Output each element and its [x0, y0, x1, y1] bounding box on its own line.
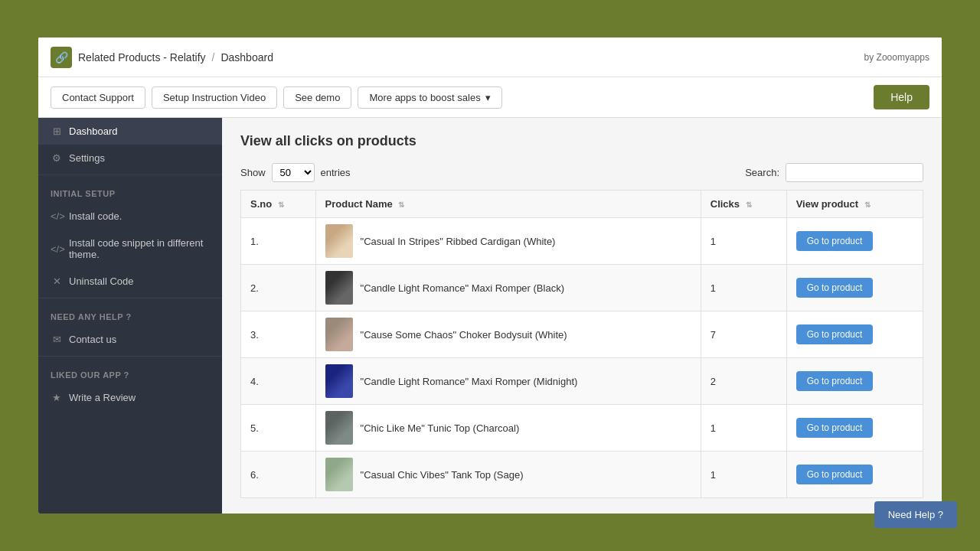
app-logo: 🔗 [51, 47, 72, 68]
chevron-down-icon [485, 92, 491, 103]
cell-sno: 6. [241, 452, 316, 498]
cell-clicks: 1 [701, 265, 786, 311]
need-help-button[interactable]: Need Help ? [874, 501, 957, 528]
products-table: S.no ⇅ Product Name ⇅ Clicks ⇅ View prod… [240, 190, 923, 498]
product-name-text: "Chic Like Me" Tunic Top (Charcoal) [361, 422, 520, 434]
main-layout: ⊞ Dashboard ⚙ Settings INITIAL SETUP </>… [38, 118, 942, 514]
cell-view-product: Go to product [786, 358, 923, 405]
table-row: 1."Casual In Stripes" Ribbed Cardigan (W… [241, 218, 923, 265]
code-icon: </> [51, 210, 63, 222]
col-sno[interactable]: S.no ⇅ [241, 191, 316, 218]
by-label: by Zooomyapps [864, 52, 929, 63]
table-row: 4."Candle Light Romance" Maxi Romper (Mi… [241, 358, 923, 405]
contact-support-button[interactable]: Contact Support [51, 86, 145, 109]
code-icon-2: </> [51, 243, 63, 255]
cell-product-name: "Candle Light Romance" Maxi Romper (Midn… [315, 358, 701, 405]
cell-clicks: 2 [701, 358, 786, 405]
cell-product-name: "Chic Like Me" Tunic Top (Charcoal) [315, 405, 701, 452]
product-name-text: "Casual Chic Vibes" Tank Top (Sage) [361, 469, 524, 481]
top-bar-left: 🔗 Related Products - Relatify / Dashboar… [51, 47, 273, 68]
entries-label: entries [321, 167, 351, 178]
cell-clicks: 7 [701, 311, 786, 358]
cell-sno: 5. [241, 405, 316, 452]
sidebar-item-install-code[interactable]: </> Install code. [38, 203, 222, 230]
top-bar: 🔗 Related Products - Relatify / Dashboar… [38, 37, 942, 77]
goto-product-button[interactable]: Go to product [796, 231, 874, 251]
table-header-row: S.no ⇅ Product Name ⇅ Clicks ⇅ View prod… [241, 191, 923, 218]
page-title: View all clicks on products [240, 133, 923, 149]
goto-product-button[interactable]: Go to product [796, 324, 874, 344]
product-thumbnail [325, 224, 353, 258]
setup-video-button[interactable]: Setup Instruction Video [152, 86, 277, 109]
sidebar-item-write-review[interactable]: ★ Write a Review [38, 384, 222, 411]
cell-view-product: Go to product [786, 452, 923, 498]
goto-product-button[interactable]: Go to product [796, 371, 874, 391]
gear-icon: ⚙ [51, 152, 63, 164]
breadcrumb-sep: / [212, 51, 215, 64]
product-thumbnail [325, 411, 353, 445]
cell-sno: 4. [241, 358, 316, 405]
cell-clicks: 1 [701, 452, 786, 498]
sort-icon-sno: ⇅ [278, 201, 284, 209]
goto-product-button[interactable]: Go to product [796, 465, 874, 484]
cell-clicks: 1 [701, 218, 786, 265]
liked-app-label: LIKED OUR APP ? [38, 360, 222, 384]
toolbar: Contact Support Setup Instruction Video … [38, 77, 942, 118]
product-thumbnail [325, 271, 353, 305]
cell-clicks: 1 [701, 405, 786, 452]
cell-product-name: "Casual Chic Vibes" Tank Top (Sage) [315, 452, 701, 498]
sidebar-item-settings[interactable]: ⚙ Settings [38, 145, 222, 171]
sidebar-item-install-snippet[interactable]: </> Install code snippet in different th… [38, 230, 222, 268]
entries-select[interactable]: 50 25 10 100 [272, 163, 315, 182]
product-name-text: "Cause Some Chaos" Choker Bodysuit (Whit… [361, 329, 567, 341]
cell-view-product: Go to product [786, 311, 923, 358]
cell-view-product: Go to product [786, 405, 923, 452]
goto-product-button[interactable]: Go to product [796, 418, 874, 438]
content-area: View all clicks on products Show 50 25 1… [222, 118, 942, 514]
see-demo-button[interactable]: See demo [283, 86, 351, 109]
help-button[interactable]: Help [874, 85, 929, 109]
search-input[interactable] [786, 163, 923, 182]
table-row: 6."Casual Chic Vibes" Tank Top (Sage)1Go… [241, 452, 923, 498]
col-clicks[interactable]: Clicks ⇅ [701, 191, 786, 218]
uninstall-icon: ✕ [51, 276, 63, 287]
email-icon: ✉ [51, 334, 63, 345]
need-help-section-label: NEED ANY HELP ? [38, 302, 222, 326]
sidebar-item-contact-us[interactable]: ✉ Contact us [38, 326, 222, 353]
initial-setup-label: INITIAL SETUP [38, 178, 222, 203]
show-entries: Show 50 25 10 100 entries [240, 163, 351, 182]
sort-icon-name: ⇅ [398, 201, 404, 209]
product-name-text: "Candle Light Romance" Maxi Romper (Midn… [361, 376, 578, 387]
cell-product-name: "Casual In Stripes" Ribbed Cardigan (Whi… [315, 218, 701, 265]
table-row: 3."Cause Some Chaos" Choker Bodysuit (Wh… [241, 311, 923, 358]
sidebar-divider-2 [38, 298, 222, 298]
sort-icon-view: ⇅ [864, 201, 871, 209]
sidebar-item-uninstall[interactable]: ✕ Uninstall Code [38, 268, 222, 295]
col-product-name[interactable]: Product Name ⇅ [315, 191, 701, 218]
cell-view-product: Go to product [786, 265, 923, 311]
sidebar: ⊞ Dashboard ⚙ Settings INITIAL SETUP </>… [38, 118, 222, 514]
cell-sno: 2. [241, 265, 316, 311]
sidebar-item-dashboard[interactable]: ⊞ Dashboard [38, 118, 222, 145]
cell-product-name: "Candle Light Romance" Maxi Romper (Blac… [315, 265, 701, 311]
table-row: 2."Candle Light Romance" Maxi Romper (Bl… [241, 265, 923, 311]
app-title: Related Products - Relatify [78, 51, 206, 64]
product-thumbnail [325, 458, 353, 491]
more-apps-button[interactable]: More apps to boost sales [358, 86, 501, 109]
table-controls: Show 50 25 10 100 entries Search: [240, 163, 923, 182]
cell-product-name: "Cause Some Chaos" Choker Bodysuit (Whit… [315, 311, 701, 358]
product-name-text: "Casual In Stripes" Ribbed Cardigan (Whi… [361, 236, 556, 247]
cell-sno: 3. [241, 311, 316, 358]
star-icon: ★ [51, 392, 63, 403]
product-thumbnail [325, 364, 353, 398]
breadcrumb-current: Dashboard [220, 51, 273, 64]
goto-product-button[interactable]: Go to product [796, 278, 874, 298]
table-row: 5."Chic Like Me" Tunic Top (Charcoal)1Go… [241, 405, 923, 452]
product-thumbnail [325, 318, 353, 351]
col-view-product[interactable]: View product ⇅ [786, 191, 923, 218]
sort-icon-clicks: ⇅ [746, 201, 752, 209]
product-name-text: "Candle Light Romance" Maxi Romper (Blac… [361, 282, 564, 294]
dashboard-icon: ⊞ [51, 126, 63, 137]
search-label: Search: [745, 167, 779, 178]
cell-sno: 1. [241, 218, 316, 265]
